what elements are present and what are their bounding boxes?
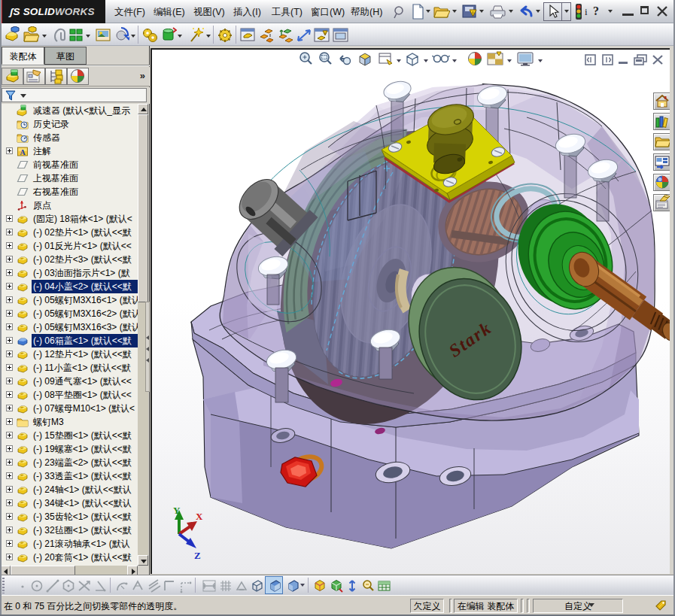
svg-text:Z: Z (194, 550, 201, 561)
svg-text:A: A (20, 148, 26, 156)
svg-text:Y: Y (173, 505, 181, 516)
svg-text:X: X (196, 511, 203, 522)
